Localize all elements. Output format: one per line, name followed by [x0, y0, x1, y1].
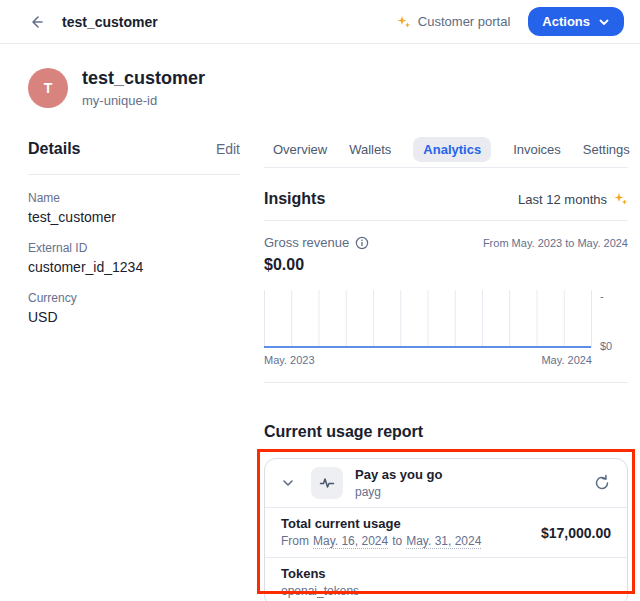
tab-invoices[interactable]: Invoices — [513, 137, 561, 162]
back-button[interactable] — [24, 10, 48, 34]
collapse-toggle[interactable] — [281, 475, 297, 491]
top-bar: test_customer Customer portal Actions — [0, 0, 640, 44]
field-value: customer_id_1234 — [28, 259, 240, 275]
usage-item-code: openai_tokens — [281, 584, 359, 598]
customer-name: test_customer — [82, 68, 205, 89]
customer-portal-label: Customer portal — [418, 14, 510, 29]
field-label: External ID — [28, 241, 240, 255]
y-axis-max-label: - — [600, 290, 628, 302]
period-to-word: to — [392, 534, 402, 549]
customer-header: T test_customer my-unique-id — [0, 44, 640, 136]
usage-period: From May. 16, 2024 to May. 31, 2024 — [281, 534, 481, 549]
metric-date-range: From May. 2023 to May. 2024 — [483, 235, 628, 249]
x-axis-end-label: May. 2024 — [541, 354, 592, 366]
actions-button[interactable]: Actions — [528, 7, 624, 36]
total-usage-amount: $17,000.00 — [541, 525, 611, 541]
customer-unique-id: my-unique-id — [82, 93, 205, 108]
chevron-down-icon — [281, 476, 295, 490]
tab-bar: Overview Wallets Analytics Invoices Sett… — [273, 136, 628, 162]
usage-card: Pay as you go payg Total current usage — [264, 458, 628, 601]
field-label: Name — [28, 191, 240, 205]
period-end-date[interactable]: May. 31, 2024 — [406, 534, 481, 549]
plan-name: Pay as you go — [355, 467, 442, 482]
usage-section-title: Current usage report — [264, 423, 628, 441]
chevron-down-icon — [598, 16, 610, 28]
tab-overview[interactable]: Overview — [273, 137, 327, 162]
detail-field-currency: Currency USD — [28, 291, 240, 325]
period-selector[interactable]: Last 12 months — [518, 192, 628, 207]
chart-plot-area — [264, 290, 592, 348]
plan-header-row: Pay as you go payg — [265, 459, 627, 507]
field-label: Currency — [28, 291, 240, 305]
usage-item-row: Tokens openai_tokens — [265, 557, 627, 601]
details-panel: Details Edit Name test_customer External… — [28, 136, 240, 601]
chart-line-series — [264, 346, 591, 348]
gross-revenue-chart: - $0 — [264, 290, 628, 348]
details-edit-link[interactable]: Edit — [216, 141, 240, 157]
plan-icon-box — [311, 467, 343, 499]
total-usage-row: Total current usage From May. 16, 2024 t… — [265, 507, 627, 557]
arrow-left-icon — [28, 14, 44, 30]
details-title: Details — [28, 140, 80, 158]
metric-label: Gross revenue — [264, 235, 349, 250]
chart-bottom-divider — [264, 382, 628, 383]
details-divider — [28, 174, 240, 175]
metric-value: $0.00 — [264, 256, 628, 274]
insights-title: Insights — [264, 190, 325, 208]
tab-analytics[interactable]: Analytics — [413, 137, 491, 162]
field-value: test_customer — [28, 209, 240, 225]
pulse-icon — [319, 475, 335, 491]
detail-field-external-id: External ID customer_id_1234 — [28, 241, 240, 275]
sparkle-icon — [614, 192, 628, 206]
customer-portal-link[interactable]: Customer portal — [397, 14, 510, 29]
topbar-title: test_customer — [62, 14, 158, 30]
refresh-icon — [593, 474, 611, 492]
period-from-word: From — [281, 534, 309, 549]
field-value: USD — [28, 309, 240, 325]
tabs-divider — [264, 167, 628, 168]
avatar: T — [28, 68, 68, 108]
y-axis-zero-label: $0 — [600, 340, 628, 352]
info-icon[interactable] — [355, 236, 369, 250]
actions-button-label: Actions — [542, 14, 590, 29]
sparkle-icon — [397, 15, 411, 29]
tab-wallets[interactable]: Wallets — [349, 137, 391, 162]
x-axis-start-label: May. 2023 — [264, 354, 315, 366]
detail-field-name: Name test_customer — [28, 191, 240, 225]
period-label: Last 12 months — [518, 192, 607, 207]
refresh-button[interactable] — [593, 474, 611, 492]
plan-code: payg — [355, 485, 442, 499]
tab-settings[interactable]: Settings — [583, 137, 630, 162]
usage-item-name: Tokens — [281, 566, 359, 581]
insights-divider — [264, 220, 628, 221]
period-start-date[interactable]: May. 16, 2024 — [313, 534, 388, 549]
total-usage-label: Total current usage — [281, 516, 481, 531]
